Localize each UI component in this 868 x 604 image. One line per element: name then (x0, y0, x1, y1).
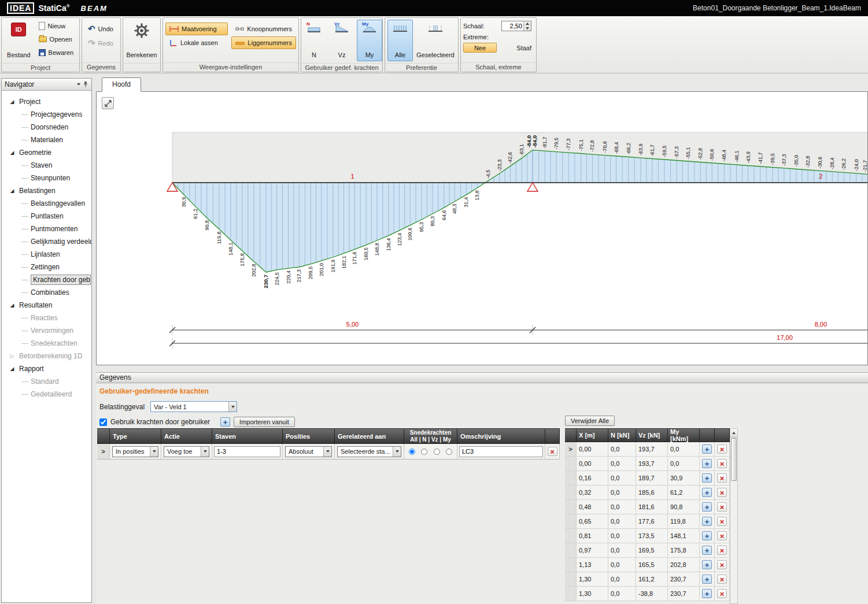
nav-item-staven[interactable]: Staven (2, 159, 91, 172)
belastinggeval-dropdown[interactable]: Var - Veld 1 (150, 401, 237, 412)
schaal-input[interactable] (502, 21, 523, 31)
snede-radio-vz[interactable] (434, 449, 440, 455)
nav-item-krachten-door-gebruiker[interactable]: Krachten door gebruiker (2, 273, 91, 286)
extreme-nee-button[interactable]: Nee (463, 43, 497, 53)
omschrijving-input[interactable] (459, 446, 543, 457)
delete-row-button[interactable]: × (717, 473, 727, 483)
nav-item-rapport[interactable]: ◢Rapport (2, 362, 91, 375)
delete-assignment-button[interactable]: × (548, 447, 557, 456)
nav-item-steunpunten[interactable]: Steunpunten (2, 172, 91, 184)
nav-item-combinaties[interactable]: Combinaties (2, 286, 91, 299)
insert-row-button[interactable]: + (702, 459, 712, 468)
undo-button[interactable]: ↶Undo (84, 23, 117, 35)
nav-item-puntmomenten[interactable]: Puntmomenten (2, 223, 91, 235)
scrollbar-thumb[interactable] (731, 438, 737, 481)
force-vz-button[interactable]: Vz Vz (329, 20, 354, 61)
snede-radio-n[interactable] (421, 449, 427, 455)
delete-row-button[interactable]: × (717, 502, 727, 512)
berekenen-button[interactable]: Berekenen (125, 20, 158, 61)
scroll-up-icon[interactable] (730, 429, 737, 438)
delete-row-button[interactable]: × (717, 459, 727, 468)
nav-item-doorsneden[interactable]: Doorsneden (2, 121, 91, 134)
fit-view-button[interactable] (102, 97, 114, 109)
nav-item-materialen[interactable]: Materialen (2, 134, 91, 146)
spin-up-icon[interactable] (524, 21, 531, 26)
force-n-button[interactable]: N N (301, 20, 327, 61)
delete-row-button[interactable]: × (717, 575, 727, 584)
nav-item-geometrie[interactable]: ◢Geometrie (2, 146, 91, 159)
navigator-dropdown-icon[interactable] (77, 83, 80, 86)
row-selector[interactable] (565, 558, 577, 572)
row-selector[interactable] (565, 471, 577, 486)
openen-button[interactable]: Openen (35, 33, 77, 45)
diagram-canvas[interactable]: 30,961,290,8119,8148,1175,8202,8230,7224… (96, 91, 868, 365)
insert-row-button[interactable]: + (702, 444, 712, 454)
row-selector[interactable] (565, 457, 577, 471)
insert-row-button[interactable]: + (702, 546, 712, 555)
row-selector[interactable] (565, 486, 577, 500)
tab-hoofd[interactable]: Hoofd (102, 77, 141, 92)
maatvoering-toggle[interactable]: Maatvoering (165, 23, 228, 35)
posities-dropdown[interactable]: Absoluut (285, 446, 332, 457)
nav-item-betonberekening-1d[interactable]: ▷Betonberekening 1D (2, 350, 91, 362)
nav-item-project[interactable]: ◢Project (2, 95, 91, 108)
snede-radio-all[interactable] (409, 449, 415, 455)
gerelateerd-dropdown[interactable]: Selecteerde sta... (337, 446, 401, 457)
alle-button[interactable]: Alle (387, 20, 413, 61)
nav-item-puntlasten[interactable]: Puntlasten (2, 210, 91, 223)
nav-item-zettingen[interactable]: Zettingen (2, 261, 91, 273)
nav-item-snedekrachten[interactable]: Snedekrachten (2, 337, 91, 350)
nav-item-resultaten[interactable]: ◢Resultaten (2, 299, 91, 312)
row-selector[interactable] (565, 587, 577, 601)
nav-item-projectgegevens[interactable]: Projectgegevens (2, 108, 91, 121)
insert-row-button[interactable]: + (702, 575, 712, 584)
nav-item-lijnlasten[interactable]: Lijnlasten (2, 248, 91, 261)
insert-row-button[interactable]: + (702, 517, 712, 526)
delete-row-button[interactable]: × (717, 560, 727, 569)
row-selector[interactable] (565, 529, 577, 543)
nav-item-belastingen[interactable]: ◢Belastingen (2, 184, 91, 197)
add-assignment-button[interactable]: + (220, 417, 230, 427)
expander-icon[interactable]: ◢ (9, 188, 15, 194)
delete-row-button[interactable]: × (717, 546, 727, 555)
insert-row-button[interactable]: + (702, 531, 712, 540)
expander-icon[interactable]: ◢ (9, 302, 15, 308)
expander-icon[interactable]: ◢ (9, 150, 15, 155)
staven-input[interactable] (214, 446, 280, 457)
delete-row-button[interactable]: × (717, 531, 727, 540)
bewaren-button[interactable]: Bewaren (35, 46, 77, 58)
pin-icon[interactable] (83, 81, 88, 88)
schaal-spinner[interactable] (501, 21, 531, 31)
insert-row-button[interactable]: + (702, 502, 712, 512)
nav-item-vervormingen[interactable]: Vervormingen (2, 324, 91, 337)
row-selector[interactable] (565, 500, 577, 514)
nav-item-gelijkmatig-verdeeld[interactable]: Gelijkmatig verdeeld (2, 235, 91, 248)
snede-radio-my[interactable] (446, 449, 452, 455)
delete-row-button[interactable]: × (717, 444, 727, 454)
insert-row-button[interactable]: + (702, 589, 712, 598)
use-user-forces-checkbox[interactable] (99, 418, 107, 426)
values-scrollbar[interactable] (730, 428, 738, 604)
row-selector[interactable] (565, 543, 577, 558)
row-selector[interactable] (565, 572, 577, 587)
row-selector[interactable]: > (97, 444, 110, 460)
insert-row-button[interactable]: + (702, 488, 712, 497)
row-selector[interactable]: > (565, 442, 577, 457)
liggernummers-toggle[interactable]: Liggernummers (231, 36, 296, 49)
delete-row-button[interactable]: × (717, 488, 727, 497)
nieuw-button[interactable]: Nieuw (35, 20, 77, 32)
lokale-assen-toggle[interactable]: Lokale assen (165, 36, 228, 49)
delete-row-button[interactable]: × (717, 517, 727, 526)
knoopnummers-toggle[interactable]: Knoopnummers (231, 23, 296, 35)
gegevens-panel-header[interactable]: Gegevens (96, 372, 868, 383)
insert-row-button[interactable]: + (702, 473, 712, 483)
delete-row-button[interactable]: × (717, 589, 727, 598)
expander-icon[interactable]: ◢ (9, 99, 15, 105)
insert-row-button[interactable]: + (702, 560, 712, 569)
expander-icon[interactable]: ▷ (9, 353, 15, 359)
nav-item-standard[interactable]: Standard (2, 375, 91, 388)
actie-dropdown[interactable]: Voeg toe (164, 446, 209, 457)
geselecteerd-button[interactable]: Geselecteerd (415, 20, 456, 61)
bestand-button[interactable]: ID Bestand (4, 20, 34, 61)
nav-item-belastinggevallen[interactable]: Belastinggevallen (2, 197, 91, 210)
